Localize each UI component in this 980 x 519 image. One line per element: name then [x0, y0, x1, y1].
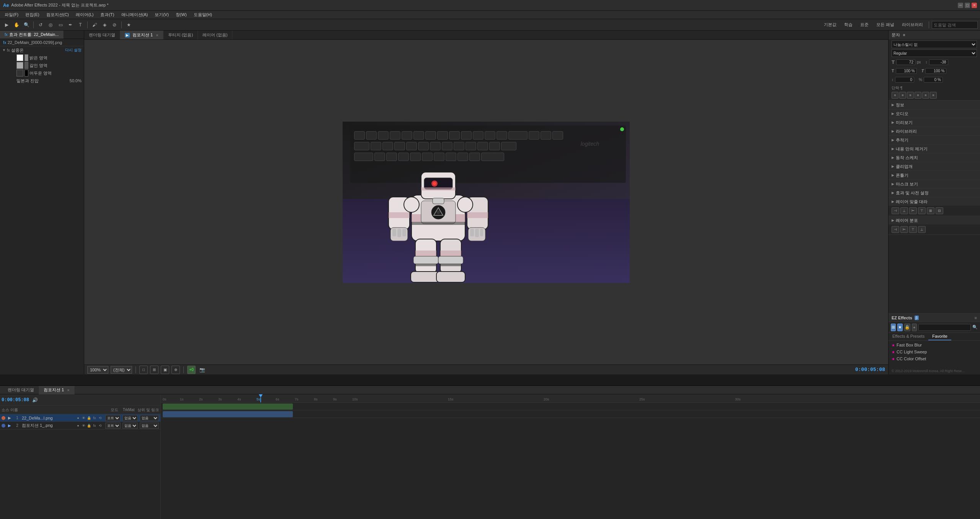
tool-hand[interactable]: ✋ [12, 21, 21, 29]
tool-text[interactable]: T [76, 21, 85, 29]
align-ctl-3[interactable]: ⊢ [909, 207, 917, 214]
layer-switch-motion[interactable]: ⟲ [98, 416, 103, 420]
layer-switch-lock-2[interactable]: 🔒 [87, 424, 91, 428]
mid-area[interactable]: 갈인 영역 [8, 62, 84, 69]
leading-input[interactable] [929, 59, 948, 65]
tab-comp1[interactable]: ▶ 컴포지션 1 × [120, 31, 163, 39]
maximize-button[interactable]: □ [965, 3, 970, 8]
minimize-button[interactable]: ─ [958, 3, 963, 8]
bright-area[interactable]: 밝은 영역 [8, 54, 84, 62]
preview-header[interactable]: ▶ 미리보기 [889, 118, 980, 127]
ez-tab-effects[interactable]: Effects & Presets [889, 333, 928, 340]
menu-animation[interactable]: 애니메이션(A) [118, 11, 151, 18]
tool-puppet[interactable]: ★ [124, 21, 133, 29]
layer-row-2[interactable]: ▶ 2 컴포지션 1_.png ● 👁 🔒 fx ⟲ 포트 없음 [0, 422, 160, 430]
timeline-tab-comp1[interactable]: 컴포지션 1 × [39, 386, 75, 394]
layer-switch-lock[interactable]: 🔒 [87, 416, 91, 420]
tool-rect[interactable]: ▭ [56, 21, 65, 29]
layer-trkmat-select-1[interactable]: 없음 [122, 415, 138, 421]
menu-layer[interactable]: 레이어(L) [73, 11, 96, 18]
tool-rotate[interactable]: ↺ [36, 21, 45, 29]
ez-item-2[interactable]: ★ CC Light Sweep [889, 348, 980, 355]
audio-header[interactable]: ▶ 오디오 [889, 109, 980, 118]
tool-zoom[interactable]: 🔍 [22, 21, 31, 29]
menu-window[interactable]: 창(W) [173, 11, 190, 18]
viewer-btn-1[interactable]: □ [139, 366, 148, 374]
close-button[interactable]: ✕ [972, 3, 977, 8]
dist-ctl-4[interactable]: ⊥ [918, 226, 926, 233]
workspace-learn[interactable]: 학습 [841, 21, 856, 28]
scale-h-input[interactable] [896, 68, 917, 74]
ez-item-3[interactable]: ★ CC Color Offset [889, 355, 980, 362]
menu-edit[interactable]: 편집(E) [22, 11, 42, 18]
align-center[interactable]: ≡ [899, 92, 906, 99]
baseline-input[interactable] [895, 77, 914, 83]
ez-lock-btn[interactable]: 🔒 [904, 324, 910, 331]
menu-composition[interactable]: 컴포지션(C) [43, 11, 72, 18]
ez-search-input[interactable] [918, 324, 971, 331]
layer-switch-motion-2[interactable]: ⟲ [98, 424, 103, 428]
font-family-select[interactable]: 나눔스럴시 없 [892, 41, 977, 48]
fonts-header[interactable]: ▶ 폰틀기 [889, 171, 980, 179]
info-header[interactable]: ▶ 정보 [889, 101, 980, 109]
content-remove-header[interactable]: ▶ 내용 만의 제거기 [889, 145, 980, 153]
tsume-input[interactable] [924, 77, 943, 83]
viewport[interactable]: logitech [84, 40, 888, 364]
font-style-select[interactable]: Regular [892, 49, 977, 57]
timeline-close-icon[interactable]: × [67, 388, 69, 392]
align-justify[interactable]: ≡ [915, 92, 921, 99]
align-ctl-1[interactable]: ⊣ [892, 207, 899, 214]
layer-align-header[interactable]: ▶ 레이어 맞줄 대라 [889, 197, 980, 206]
align-justify3[interactable]: ≡ [930, 92, 937, 99]
layer-switch-solo[interactable]: ● [76, 416, 80, 420]
layer-switch-solo-2[interactable]: ● [76, 424, 80, 428]
tool-stamp[interactable]: ◈ [100, 21, 109, 29]
font-size-input[interactable] [896, 59, 915, 65]
dark-area[interactable]: 어두운 영역 [8, 69, 84, 77]
help-search-input[interactable] [932, 21, 978, 29]
workspace-library[interactable]: 라이브러리 [899, 21, 926, 28]
ez-item-1[interactable]: ★ Fast Box Blur [889, 342, 980, 348]
tab-layer[interactable]: 레이어 (없음) [198, 31, 232, 39]
layer-parent-select-2[interactable]: 없음 [140, 423, 159, 429]
layer-mode-select-1[interactable]: 포트 [105, 415, 121, 421]
reset-label[interactable]: 다시 설정 [65, 47, 82, 53]
ez-star-btn[interactable]: ★ [897, 324, 902, 331]
layer-switch-vis-2[interactable]: 👁 [81, 424, 86, 428]
library-header[interactable]: ▶ 라이브러리 [889, 127, 980, 135]
layer-switch-fx-2[interactable]: fx [92, 424, 97, 428]
layer-switch-fx[interactable]: fx [92, 416, 97, 420]
view-select[interactable]: (전체) [111, 366, 132, 374]
align-right[interactable]: ≡ [907, 92, 914, 99]
workspace-default[interactable]: 기본값 [821, 21, 840, 28]
layer-num-header[interactable]: ▶ 레이어 분포 [889, 216, 980, 225]
viewer-btn-2[interactable]: ⊞ [150, 366, 158, 374]
workspace-all-panels[interactable]: 모든 패널 [873, 21, 897, 28]
tab-footage[interactable]: 푸티지 (없음) [163, 31, 198, 39]
layer-mode-select-2[interactable]: 포트 [105, 423, 121, 429]
ez-header-menu[interactable]: ≡ [975, 316, 977, 320]
tab-rendering[interactable]: 렌더링 대기열 [84, 31, 120, 39]
workspace-standard[interactable]: 표준 [857, 21, 872, 28]
align-left[interactable]: ≡ [892, 92, 898, 99]
effects-control-tab[interactable]: fx 효과 컨트롤: 22_DeMain... [0, 31, 64, 39]
dist-ctl-1[interactable]: ⊣ [892, 226, 899, 233]
layer-trkmat-select-2[interactable]: 없음 [122, 423, 138, 429]
ez-add-btn[interactable]: + [912, 324, 917, 331]
layer-row-1[interactable]: ▶ 1 22_DeMa...l.png ● 👁 🔒 fx ⟲ 포트 없음 [0, 414, 160, 422]
viewer-mask-btn[interactable]: +0 [187, 366, 196, 374]
dist-ctl-3[interactable]: ⊤ [909, 226, 917, 233]
timeline-play-btn[interactable]: 🔊 [31, 396, 39, 404]
mask-view-header[interactable]: ▶ 마스크 보기 [889, 180, 980, 188]
timeline-tab-rendering[interactable]: 렌더링 대기열 [3, 386, 39, 394]
tool-select[interactable]: ▶ [2, 21, 11, 29]
track-row-2[interactable] [161, 410, 980, 418]
ez-tab-favorite[interactable]: Favorite [928, 333, 951, 340]
tab-close-icon[interactable]: × [156, 33, 158, 37]
align-justify2[interactable]: ≡ [922, 92, 929, 99]
blend-area[interactable]: 밑본과 진압 50.0% [8, 77, 84, 85]
ez-grid-btn[interactable]: ⊞ [891, 324, 896, 331]
dist-ctl-2[interactable]: ⊢ [900, 226, 908, 233]
track-row-1[interactable] [161, 403, 980, 410]
layer-switch-vis[interactable]: 👁 [81, 416, 86, 420]
